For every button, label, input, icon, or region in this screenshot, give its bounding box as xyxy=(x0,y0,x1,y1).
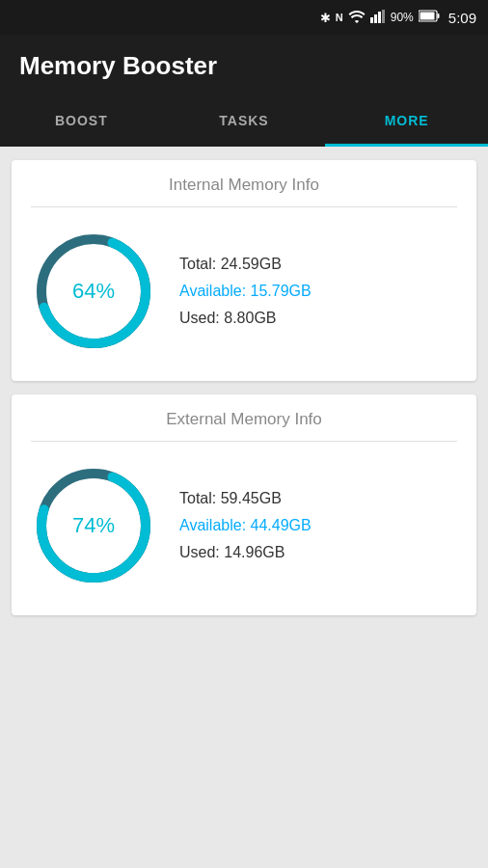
tab-bar: BOOST TASKS MORE xyxy=(0,96,488,147)
status-icons: ✱ N 90% 5:09 xyxy=(320,10,476,26)
svg-rect-3 xyxy=(382,10,385,23)
tab-tasks[interactable]: TASKS xyxy=(163,96,326,147)
svg-rect-6 xyxy=(420,13,434,20)
external-total: Total: 59.45GB xyxy=(179,490,312,507)
internal-available: Available: 15.79GB xyxy=(179,283,312,300)
internal-memory-info: Total: 24.59GB Available: 15.79GB Used: … xyxy=(179,256,312,327)
external-used: Used: 14.96GB xyxy=(179,544,312,561)
wifi-icon xyxy=(348,10,366,26)
internal-total: Total: 24.59GB xyxy=(179,256,312,273)
internal-memory-body: 64% Total: 24.59GB Available: 15.79GB Us… xyxy=(31,221,457,362)
battery-icon xyxy=(419,10,440,25)
svg-rect-0 xyxy=(370,17,373,23)
battery-text: 90% xyxy=(391,11,414,24)
status-time: 5:09 xyxy=(448,10,476,26)
external-memory-info: Total: 59.45GB Available: 44.49GB Used: … xyxy=(179,490,312,561)
svg-rect-5 xyxy=(437,14,439,18)
external-memory-percent: 74% xyxy=(72,513,115,538)
external-memory-body: 74% Total: 59.45GB Available: 44.49GB Us… xyxy=(31,455,457,596)
nfc-icon: N xyxy=(336,12,343,23)
main-content: Internal Memory Info 64% Total: 24.59GB … xyxy=(0,147,488,629)
external-memory-circle: 74% xyxy=(31,463,156,588)
signal-icon xyxy=(370,10,386,26)
internal-memory-percent: 64% xyxy=(72,279,115,304)
svg-rect-1 xyxy=(374,14,377,23)
status-bar: ✱ N 90% 5:09 xyxy=(0,0,488,35)
tab-more[interactable]: MORE xyxy=(325,96,488,147)
app-title: Memory Booster xyxy=(19,51,217,81)
internal-memory-card: Internal Memory Info 64% Total: 24.59GB … xyxy=(12,160,476,381)
internal-memory-circle: 64% xyxy=(31,229,156,354)
svg-rect-2 xyxy=(378,12,381,23)
external-memory-title: External Memory Info xyxy=(31,410,457,442)
bluetooth-icon: ✱ xyxy=(320,11,331,25)
internal-used: Used: 8.80GB xyxy=(179,310,312,327)
internal-memory-title: Internal Memory Info xyxy=(31,176,457,207)
external-memory-card: External Memory Info 74% Total: 59.45GB … xyxy=(12,394,476,615)
tab-boost[interactable]: BOOST xyxy=(0,96,163,147)
app-header: Memory Booster xyxy=(0,35,488,96)
external-available: Available: 44.49GB xyxy=(179,517,312,534)
